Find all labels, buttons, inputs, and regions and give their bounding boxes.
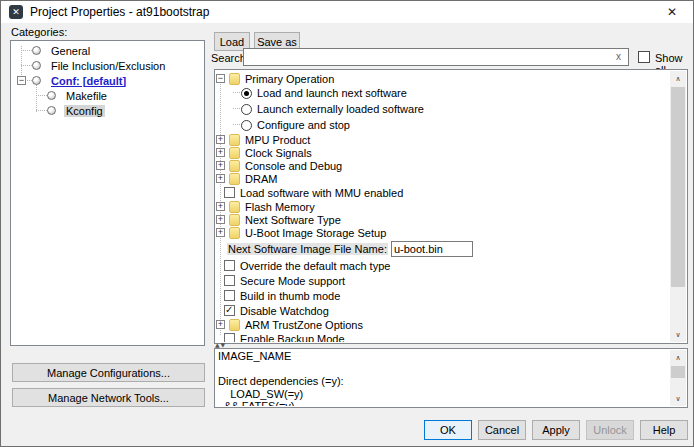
- config-label[interactable]: Launch externally loaded software: [257, 103, 424, 115]
- category-label[interactable]: General: [49, 45, 92, 57]
- scroll-up-icon[interactable]: ∧: [670, 350, 686, 365]
- config-row-override-the-default-mach-type[interactable]: Override the default mach type: [216, 258, 670, 273]
- radio-button[interactable]: [241, 88, 252, 99]
- config-label[interactable]: MPU Product: [245, 134, 310, 146]
- category-label[interactable]: File Inclusion/Exclusion: [49, 60, 167, 72]
- expand-toggle-icon[interactable]: +: [216, 215, 225, 224]
- window-title: Project Properties - at91bootstrap: [30, 5, 209, 19]
- config-row-flash-memory[interactable]: +Flash Memory: [216, 200, 670, 213]
- config-row-next-software-type[interactable]: +Next Software Type: [216, 213, 670, 226]
- expand-toggle-icon[interactable]: +: [216, 148, 225, 157]
- tree-connector: [233, 124, 240, 125]
- titlebar: ✕ Project Properties - at91bootstrap ✕: [1, 1, 693, 23]
- expand-toggle-icon[interactable]: +: [216, 320, 225, 329]
- scrollbar-thumb[interactable]: [671, 87, 685, 287]
- config-row-next-software-image-file-name[interactable]: Next Software Image File Name:: [216, 239, 670, 258]
- manage-configurations-button[interactable]: Manage Configurations...: [12, 363, 205, 382]
- tree-scrollbar[interactable]: ∧ ∨: [670, 71, 686, 342]
- image-file-name-input[interactable]: [391, 241, 473, 257]
- config-label[interactable]: Disable Watchdog: [240, 305, 329, 317]
- expand-toggle-icon[interactable]: +: [216, 174, 225, 183]
- config-row-mpu-product[interactable]: +MPU Product: [216, 133, 670, 146]
- category-label[interactable]: Conf: [default]: [49, 75, 128, 87]
- category-label[interactable]: Makefile: [64, 90, 109, 102]
- config-row-arm-trustzone-options[interactable]: +ARM TrustZone Options: [216, 318, 670, 331]
- tree-connector: [21, 65, 32, 66]
- config-row-configure-and-stop[interactable]: Configure and stop: [216, 117, 670, 133]
- dialog-footer-buttons: OKCancelApplyUnlockHelp: [424, 420, 688, 440]
- sidebar-item-conf-default[interactable]: −Conf: [default]: [11, 73, 204, 88]
- config-row-clock-signals[interactable]: +Clock Signals: [216, 146, 670, 159]
- config-label[interactable]: U-Boot Image Storage Setup: [245, 227, 386, 239]
- config-row-build-in-thumb-mode[interactable]: Build in thumb mode: [216, 288, 670, 303]
- radio-button[interactable]: [241, 104, 252, 115]
- scroll-down-icon[interactable]: ∨: [670, 327, 686, 342]
- checkbox[interactable]: [224, 260, 235, 271]
- config-row-secure-mode-support[interactable]: Secure Mode support: [216, 273, 670, 288]
- help-scrollbar[interactable]: ∧ ∨: [670, 350, 686, 406]
- scrollbar-thumb[interactable]: [671, 366, 685, 378]
- config-row-u-boot-image-storage-setup[interactable]: +U-Boot Image Storage Setup: [216, 226, 670, 239]
- collapse-toggle-icon[interactable]: −: [17, 76, 26, 85]
- sidebar-item-file-inclusion-exclusion[interactable]: File Inclusion/Exclusion: [11, 58, 204, 73]
- expand-toggle-icon[interactable]: +: [216, 135, 225, 144]
- symbol-help-text: IMAGE_NAME Direct dependencies (=y): LOA…: [218, 350, 670, 406]
- expand-toggle-icon[interactable]: +: [216, 228, 225, 237]
- config-group-icon: [229, 73, 240, 85]
- categories-heading: Categories:: [11, 26, 67, 38]
- config-row-dram[interactable]: +DRAM: [216, 172, 670, 185]
- category-node-icon: [47, 91, 56, 100]
- category-node-icon: [32, 76, 41, 85]
- checkbox[interactable]: [224, 290, 235, 301]
- search-input[interactable]: [243, 48, 629, 66]
- config-group-icon: [229, 173, 240, 185]
- config-label[interactable]: ARM TrustZone Options: [245, 319, 363, 331]
- config-row-console-and-debug[interactable]: +Console and Debug: [216, 159, 670, 172]
- config-label[interactable]: DRAM: [245, 173, 277, 185]
- config-label[interactable]: Primary Operation: [245, 73, 334, 85]
- config-label[interactable]: Console and Debug: [245, 160, 342, 172]
- scroll-down-icon[interactable]: ∨: [670, 391, 686, 406]
- tree-connector: [36, 110, 47, 111]
- checkbox[interactable]: [224, 187, 235, 198]
- config-row-load-software-with-mmu-enabled[interactable]: Load software with MMU enabled: [216, 185, 670, 200]
- cancel-button[interactable]: Cancel: [478, 420, 526, 440]
- close-icon[interactable]: ✕: [651, 1, 693, 23]
- expand-toggle-icon[interactable]: +: [216, 161, 225, 170]
- sidebar-item-general[interactable]: General: [11, 43, 204, 58]
- config-label[interactable]: Enable Backup Mode: [240, 333, 345, 343]
- config-row-launch-externally-loaded-software[interactable]: Launch externally loaded software: [216, 101, 670, 117]
- config-label[interactable]: Override the default mach type: [240, 260, 390, 272]
- category-label[interactable]: Kconfig: [64, 105, 105, 117]
- unlock-button: Unlock: [586, 420, 634, 440]
- config-label[interactable]: Next Software Type: [245, 214, 341, 226]
- config-label[interactable]: Clock Signals: [245, 147, 312, 159]
- manage-network-tools-button[interactable]: Manage Network Tools...: [12, 388, 205, 407]
- config-label[interactable]: Load software with MMU enabled: [240, 187, 403, 199]
- show-all-checkbox[interactable]: [638, 51, 650, 63]
- config-row-disable-watchdog[interactable]: Disable Watchdog: [216, 303, 670, 318]
- config-label[interactable]: Configure and stop: [257, 119, 350, 131]
- config-label[interactable]: Next Software Image File Name:: [227, 243, 388, 255]
- checkbox[interactable]: [224, 275, 235, 286]
- scroll-up-icon[interactable]: ∧: [670, 71, 686, 86]
- radio-button[interactable]: [241, 120, 252, 131]
- config-row-enable-backup-mode[interactable]: Enable Backup Mode: [216, 331, 670, 342]
- splitter-grip[interactable]: ▲▼: [215, 341, 226, 348]
- ok-button[interactable]: OK: [424, 420, 472, 440]
- help-button[interactable]: Help: [640, 420, 688, 440]
- apply-button[interactable]: Apply: [532, 420, 580, 440]
- sidebar-item-kconfig[interactable]: Kconfig: [11, 103, 204, 118]
- config-label[interactable]: Build in thumb mode: [240, 290, 340, 302]
- expand-toggle-icon[interactable]: +: [216, 202, 225, 211]
- kconfig-tree: −Primary OperationLoad and launch next s…: [216, 71, 670, 342]
- checkbox[interactable]: [224, 305, 235, 316]
- sidebar-item-makefile[interactable]: Makefile: [11, 88, 204, 103]
- collapse-toggle-icon[interactable]: −: [216, 74, 225, 83]
- config-row-load-and-launch-next-software[interactable]: Load and launch next software: [216, 85, 670, 101]
- config-label[interactable]: Flash Memory: [245, 201, 315, 213]
- config-row-primary-operation[interactable]: −Primary Operation: [216, 72, 670, 85]
- config-label[interactable]: Secure Mode support: [240, 275, 345, 287]
- config-label[interactable]: Load and launch next software: [257, 87, 407, 99]
- clear-search-icon[interactable]: x: [616, 51, 621, 62]
